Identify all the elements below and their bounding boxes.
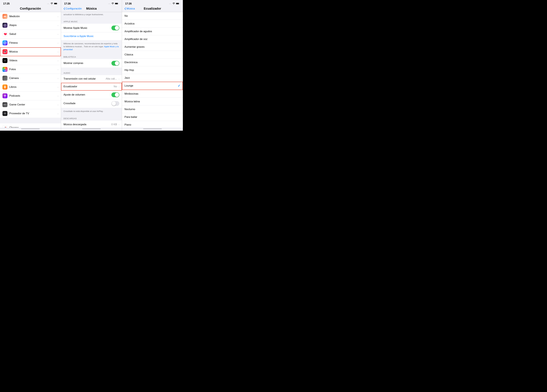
eq-item-música-latina[interactable]: Música latina: [122, 98, 183, 106]
eq-item-amplificador-de-voz[interactable]: Amplificador de voz: [122, 35, 183, 43]
chevron-fotos: ›: [58, 68, 58, 71]
icon-gamecenter: [2, 102, 7, 107]
eq-label: Amplificador de agudos: [124, 30, 180, 33]
settings-item-atajos[interactable]: Atajos ›: [0, 21, 61, 30]
settings-item-chrome[interactable]: Chrome ›: [0, 123, 61, 127]
apple-music-group: Mostrar Apple Music Suscribirse a Apple …: [61, 24, 122, 40]
wifi-icon-2: [111, 2, 114, 5]
battery-icon-1: [54, 2, 58, 5]
mostrar-compras-toggle[interactable]: [111, 61, 119, 66]
nav-title-1: Configuración: [20, 7, 41, 10]
settings-item-libros[interactable]: Libros ›: [0, 83, 61, 92]
nav-title-3: Ecualizador: [144, 7, 161, 10]
settings-item-fotos[interactable]: Fotos ›: [0, 65, 61, 74]
signal-dots-icon-2: ···: [108, 3, 110, 5]
eq-item-minibocinas[interactable]: Minibocinas: [122, 90, 183, 98]
eq-item-aumentar-graves[interactable]: Aumentar graves: [122, 43, 183, 51]
home-bar-2: [82, 128, 101, 129]
eq-item-jazz[interactable]: Jazz: [122, 74, 183, 82]
chevron-chrome: ›: [58, 126, 58, 128]
mostrar-apple-music-item[interactable]: Mostrar Apple Music: [61, 24, 122, 32]
battery-icon-3: [176, 2, 180, 5]
eq-list[interactable]: No Acústica Amplificador de agudos Ampli…: [122, 12, 183, 127]
label-podcasts: Podcasts: [9, 94, 57, 97]
eq-item-piano[interactable]: Piano: [122, 121, 183, 127]
svg-point-12: [6, 78, 6, 78]
musica-descargada-label: Música descargada: [63, 123, 111, 126]
ecualizador-chevron: ›: [119, 85, 119, 88]
battery-icon-2: [115, 2, 119, 5]
settings-item-fitness[interactable]: Fitness ›: [0, 39, 61, 47]
settings-list-1[interactable]: Medición › Atajos › Salud › Fitness › Mú…: [0, 12, 61, 127]
nav-back-2[interactable]: Configuración: [63, 7, 82, 10]
settings-item-musica[interactable]: Música ›: [0, 47, 61, 56]
status-icons-2: ···: [108, 2, 119, 5]
transmision-item[interactable]: Transmisión con red celular Alta cali...…: [61, 75, 122, 83]
svg-point-22: [6, 104, 6, 105]
nav-back-label-2: Configuración: [66, 7, 82, 10]
eq-checkmark: ✓: [178, 84, 180, 88]
svg-rect-37: [176, 3, 179, 4]
crossfade-item[interactable]: Crossfade: [61, 99, 122, 108]
settings-item-podcasts[interactable]: Podcasts ›: [0, 92, 61, 100]
subscribe-label[interactable]: Suscribirse a Apple Music: [63, 35, 94, 38]
mostrar-apple-music-toggle[interactable]: [111, 26, 119, 30]
label-gamecenter: Game Center: [9, 103, 57, 106]
section-separator: [0, 118, 61, 123]
panel-ecualizador: 17:26 ··· Música Ecu: [122, 0, 183, 131]
eq-item-para-bailar[interactable]: Para bailar: [122, 113, 183, 121]
svg-rect-1: [54, 3, 57, 4]
ajuste-toggle[interactable]: [111, 93, 119, 97]
eq-item-clásica[interactable]: Clásica: [122, 51, 183, 59]
chevron-videos: ›: [58, 59, 58, 62]
mostrar-compras-item[interactable]: Mostrar compras: [61, 59, 122, 67]
eq-item-nocturno[interactable]: Nocturno: [122, 106, 183, 113]
subscribe-row[interactable]: Suscribirse a Apple Music: [61, 32, 122, 40]
settings-item-videos[interactable]: tv Videos ›: [0, 56, 61, 65]
svg-point-21: [5, 104, 6, 105]
status-bar-1: 17:25 ···: [0, 0, 61, 6]
toggle-thumb-2: [115, 61, 119, 65]
label-camara: Cámara: [9, 77, 57, 80]
ecualizador-item[interactable]: Ecualizador No ›: [61, 83, 122, 91]
eq-label: Minibocinas: [124, 92, 180, 95]
eq-label: Piano: [124, 123, 180, 126]
home-indicator-2: [61, 127, 122, 131]
eq-item-electrónica[interactable]: Electrónica: [122, 59, 183, 66]
toggle-thumb: [115, 26, 119, 30]
musica-descargada-chevron: ›: [119, 123, 119, 126]
eq-item-hip-hop[interactable]: Hip Hop: [122, 66, 183, 74]
home-indicator-3: [122, 127, 183, 131]
musica-settings-list[interactable]: actualizar tu biblioteca y cargar ilustr…: [61, 12, 122, 127]
settings-item-gamecenter[interactable]: Game Center ›: [0, 100, 61, 109]
eq-item-acústica[interactable]: Acústica: [122, 20, 183, 27]
eq-label: Amplificador de voz: [124, 38, 180, 41]
label-libros: Libros: [9, 86, 57, 89]
svg-point-24: [6, 105, 6, 105]
icon-salud: [2, 32, 7, 37]
settings-item-camara[interactable]: Cámara ›: [0, 74, 61, 83]
settings-item-medicion[interactable]: Medición ›: [0, 12, 61, 21]
home-bar-3: [143, 128, 162, 129]
audio-group: Transmisión con red celular Alta cali...…: [61, 75, 122, 108]
crossfade-toggle[interactable]: [111, 101, 119, 106]
eq-item-lounge[interactable]: Lounge ✓: [122, 82, 183, 90]
chevron-gamecenter: ›: [58, 103, 58, 106]
home-indicator-1: [0, 127, 61, 131]
nav-back-3[interactable]: Música: [124, 7, 135, 10]
settings-item-salud[interactable]: Salud ›: [0, 30, 61, 39]
musica-descargada-item[interactable]: Música descargada 0 KB ›: [61, 121, 122, 127]
settings-item-proveedor[interactable]: Proveedor de TV ›: [0, 109, 61, 118]
svg-point-11: [5, 78, 5, 79]
ajuste-volumen-item[interactable]: Ajuste de volumen: [61, 91, 122, 99]
label-atajos: Atajos: [9, 24, 57, 27]
chevron-medicion: ›: [58, 15, 58, 18]
eq-item-amplificador-de-agudos[interactable]: Amplificador de agudos: [122, 27, 183, 35]
svg-point-23: [5, 105, 6, 105]
label-salud: Salud: [9, 33, 57, 36]
svg-rect-27: [5, 114, 5, 115]
mostrar-apple-music-label: Mostrar Apple Music: [63, 27, 112, 30]
eq-item-no[interactable]: No: [122, 12, 183, 20]
svg-rect-26: [4, 113, 6, 114]
descargas-group: Música descargada 0 KB › Descargar media…: [61, 121, 122, 127]
